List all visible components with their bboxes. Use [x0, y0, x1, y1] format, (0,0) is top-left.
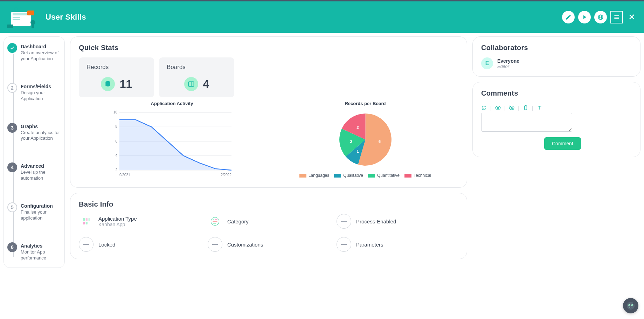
boards-stat[interactable]: Boards 4 — [159, 57, 234, 97]
svg-rect-40 — [213, 221, 217, 222]
app-header: User Skills ✕ — [0, 1, 644, 33]
svg-rect-32 — [83, 218, 85, 221]
boards-label: Boards — [167, 64, 227, 71]
hide-button[interactable] — [509, 105, 514, 111]
svg-rect-9 — [7, 25, 13, 28]
step-title: Forms/Fields — [21, 84, 61, 89]
database-icon — [101, 77, 115, 91]
svg-rect-6 — [27, 11, 34, 15]
globe-button[interactable] — [594, 11, 607, 23]
svg-text:6: 6 — [378, 139, 380, 144]
svg-rect-33 — [83, 222, 85, 224]
step-desc: Level up the automation — [21, 169, 61, 181]
dash-icon — [79, 237, 94, 252]
refresh-icon — [481, 105, 487, 111]
step-desc: Get an overview of your Application — [21, 50, 61, 62]
svg-point-5 — [20, 7, 22, 9]
step-forms-fields[interactable]: 2Forms/FieldsDesign your Application — [7, 83, 61, 102]
step-desc: Design your Application — [21, 90, 61, 102]
step-desc: Monitor App performance — [21, 249, 61, 261]
step-graphs[interactable]: 3GraphsCreate analytics for your Applica… — [7, 123, 61, 142]
dash-icon — [208, 237, 222, 252]
legend-item[interactable]: Languages — [299, 173, 329, 178]
eye-off-icon — [509, 105, 514, 111]
step-dashboard[interactable]: DashboardGet an overview of your Applica… — [7, 43, 61, 62]
legend-item[interactable]: Quantitative — [368, 173, 400, 178]
edit-button[interactable] — [562, 11, 575, 23]
menu-button[interactable] — [610, 11, 623, 23]
svg-text:4: 4 — [115, 154, 117, 158]
basic-info-title: Basic Info — [79, 200, 458, 208]
step-badge: 5 — [7, 202, 17, 212]
svg-rect-1 — [13, 13, 29, 15]
legend-swatch — [299, 174, 306, 178]
play-button[interactable] — [578, 11, 591, 23]
play-icon — [581, 14, 588, 20]
svg-rect-45 — [525, 106, 527, 110]
header-actions: ✕ — [562, 11, 637, 23]
comment-submit-button[interactable]: Comment — [544, 137, 581, 150]
step-title: Analytics — [21, 243, 61, 249]
step-title: Dashboard — [21, 44, 61, 49]
close-button[interactable]: ✕ — [626, 12, 637, 22]
legend-item[interactable]: Qualitative — [334, 173, 363, 178]
info-item-process-enabled[interactable]: Process-Enabled — [337, 214, 458, 229]
records-label: Records — [86, 64, 146, 71]
svg-rect-2 — [13, 17, 20, 18]
svg-rect-3 — [13, 19, 20, 20]
info-item-customizations[interactable]: Customizations — [208, 237, 330, 252]
comment-input[interactable] — [481, 113, 572, 132]
info-item-category[interactable]: Category — [208, 214, 330, 229]
svg-text:1: 1 — [356, 149, 359, 153]
close-icon: ✕ — [628, 12, 635, 22]
collaborator-item[interactable]: E Everyone Editor — [481, 57, 632, 69]
comments-title: Comments — [481, 89, 632, 97]
step-badge: 2 — [7, 83, 17, 93]
records-value: 11 — [120, 78, 132, 91]
page-title: User Skills — [46, 13, 86, 22]
activity-chart-title: Application Activity — [79, 101, 265, 106]
svg-text:2: 2 — [115, 168, 117, 172]
step-badge: 3 — [7, 123, 17, 133]
globe-icon — [597, 14, 604, 20]
comments-card: Comments | | | | Comment — [472, 82, 640, 157]
svg-rect-8 — [32, 24, 34, 28]
step-desc: Create analytics for your Application — [21, 130, 61, 142]
dash-icon — [337, 237, 351, 252]
legend-swatch — [368, 174, 375, 178]
records-per-board-chart: Records per Board 6122 LanguagesQualitat… — [272, 101, 458, 178]
info-label: Locked — [98, 242, 115, 248]
info-item-locked[interactable]: Locked — [79, 237, 201, 252]
step-title: Configuration — [21, 203, 61, 209]
step-analytics[interactable]: 6AnalyticsMonitor App performance — [7, 242, 61, 261]
info-label: Parameters — [356, 242, 383, 248]
records-stat[interactable]: Records 11 — [79, 57, 154, 97]
show-button[interactable] — [495, 105, 501, 111]
legend-item[interactable]: Technical — [404, 173, 431, 178]
svg-rect-41 — [213, 223, 216, 224]
legend-swatch — [404, 174, 411, 178]
step-title: Graphs — [21, 124, 61, 129]
info-item-application-type[interactable]: Application TypeKanban App — [79, 214, 201, 229]
svg-rect-39 — [215, 219, 217, 220]
eye-icon — [495, 105, 501, 111]
comment-toolbar: | | | | — [481, 103, 632, 113]
svg-rect-38 — [213, 219, 215, 220]
collaborator-role: Editor — [497, 64, 519, 69]
avatar: E — [481, 57, 493, 69]
step-badge — [7, 43, 17, 53]
step-configuration[interactable]: 5ConfigurationFinalise your application — [7, 202, 61, 221]
step-advanced[interactable]: 4AdvancedLevel up the automation — [7, 162, 61, 181]
quick-stats-title: Quick Stats — [79, 44, 458, 52]
step-badge: 4 — [7, 162, 17, 172]
info-item-parameters[interactable]: Parameters — [337, 237, 458, 252]
svg-rect-35 — [86, 222, 88, 224]
text-button[interactable] — [537, 105, 542, 111]
refresh-button[interactable] — [481, 105, 487, 111]
step-desc: Finalise your application — [21, 209, 61, 221]
info-value: Kanban App — [98, 222, 137, 227]
collaborators-title: Collaborators — [481, 44, 632, 52]
pie-chart-title: Records per Board — [272, 101, 458, 106]
clipboard-button[interactable] — [523, 105, 528, 111]
quick-stats-card: Quick Stats Records 11 Boards — [70, 36, 467, 188]
